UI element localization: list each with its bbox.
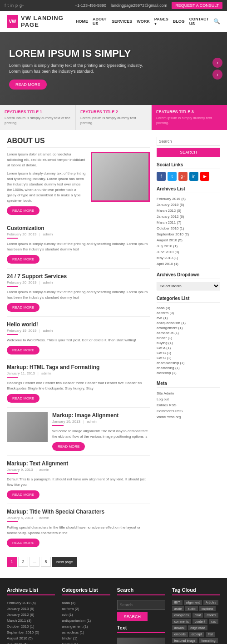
sidebar-search-input[interactable] <box>157 137 220 146</box>
archive-item[interactable]: June 2010 (3) <box>157 249 220 255</box>
hero-next-button[interactable]: › <box>212 70 222 80</box>
nav-about[interactable]: ABOUT US <box>93 17 107 26</box>
tag-featured-image[interactable]: featured image <box>172 638 198 643</box>
post-read-more-5[interactable]: READ MORE <box>52 442 85 451</box>
cat-item[interactable]: buying (1) <box>157 340 220 345</box>
post-title-3[interactable]: Hello world! <box>7 321 150 328</box>
tag-codex[interactable]: Codex <box>204 613 218 618</box>
footer-archive-item[interactable]: September 2010 (2) <box>7 629 55 635</box>
search-icon[interactable]: 🔍 <box>213 18 220 25</box>
about-read-more-button[interactable]: READ MORE <box>7 206 39 215</box>
archive-item[interactable]: May 2010 (1) <box>157 255 220 261</box>
hero-read-more-button[interactable]: READ MORE <box>9 80 47 90</box>
nav-pages[interactable]: PAGES ▾ <box>154 17 168 26</box>
post-title-5[interactable]: Markup: Image Alignment <box>52 412 150 419</box>
footer-archive-item[interactable]: July 2010 (1) <box>7 641 55 644</box>
post-title-2[interactable]: 24 / 7 Support Services <box>7 273 150 280</box>
meta-wordpress[interactable]: WordPress.org <box>157 414 220 420</box>
cat-item[interactable]: Cat B (1) <box>157 350 220 355</box>
nav-contact[interactable]: CONTACT US <box>189 17 209 26</box>
sidebar-youtube-icon[interactable]: ▶ <box>200 172 209 181</box>
archive-item[interactable]: February 2019 (5) <box>157 196 220 202</box>
nav-work[interactable]: WORK <box>137 19 150 24</box>
tag-categories[interactable]: categories <box>172 613 191 618</box>
nav-home[interactable]: HOME <box>76 19 88 24</box>
tag-fail[interactable]: Fail <box>206 632 215 637</box>
post-title-4[interactable]: Markup: HTML Tags and Formatting <box>7 364 150 370</box>
cat-item[interactable]: cvb (1) <box>157 315 220 320</box>
tag-audio[interactable]: audio <box>185 606 197 611</box>
googleplus-icon[interactable]: g+ <box>20 3 24 8</box>
footer-archive-item[interactable]: August 2010 (5) <box>7 635 55 641</box>
tag-formatting[interactable]: formatting <box>199 638 217 643</box>
footer-cat-item[interactable]: arrangement (1) <box>62 624 110 629</box>
tag-tbit[interactable]: tBIT <box>172 600 183 605</box>
footer-archive-item[interactable]: February 2019 (5) <box>7 600 55 606</box>
meta-entries-rss[interactable]: Entries RSS <box>157 402 220 408</box>
sidebar-facebook-icon[interactable]: f <box>157 172 166 181</box>
tag-chat[interactable]: chat <box>192 613 203 618</box>
consult-button[interactable]: REQUEST A CONSULT <box>172 2 222 9</box>
instagram-icon[interactable]: in <box>10 3 14 8</box>
footer-cat-item[interactable]: asmodeus (1) <box>62 629 110 635</box>
cat-item[interactable]: arrangement (1) <box>157 325 220 330</box>
footer-cat-item[interactable]: antiquarianism (1) <box>62 618 110 624</box>
tag-content[interactable]: content <box>192 619 207 624</box>
archive-item[interactable]: October 2010 (1) <box>157 225 220 231</box>
tag-comments[interactable]: comments <box>172 619 191 624</box>
sidebar-googleplus-icon[interactable]: g+ <box>178 172 188 181</box>
sidebar-search-button[interactable]: SEARCH <box>157 148 220 157</box>
archive-item[interactable]: March 2012 (5) <box>157 208 220 214</box>
post-read-more-2[interactable]: READ MORE <box>7 303 39 312</box>
footer-cat-item[interactable]: aaaa (3) <box>62 600 110 606</box>
post-read-more-1[interactable]: READ MORE <box>7 255 39 264</box>
meta-site-admin[interactable]: Site Admin <box>157 390 220 396</box>
twitter-icon[interactable]: t <box>8 3 9 8</box>
post-read-more-6[interactable]: READ MORE <box>7 490 39 499</box>
tag-aside[interactable]: aside <box>172 606 184 611</box>
nav-services[interactable]: SERVICES <box>112 19 132 24</box>
tag-articles[interactable]: Articles <box>203 600 218 605</box>
post-read-more-3[interactable]: READ MORE <box>7 346 39 354</box>
tag-embeds[interactable]: embeds <box>172 632 188 637</box>
hero-prev-button[interactable]: ‹ <box>212 58 222 68</box>
footer-archive-item[interactable]: March 2011 (3) <box>7 618 55 624</box>
archive-item[interactable]: January 2019 (5) <box>157 202 220 208</box>
cat-item[interactable]: clerkship (1) <box>157 370 220 375</box>
footer-archive-item[interactable]: October 2010 (1) <box>7 624 55 629</box>
cat-item[interactable]: Cat A (1) <box>157 345 220 350</box>
footer-archive-item[interactable]: January 2012 (6) <box>7 612 55 618</box>
post-read-more-4[interactable]: READ MORE <box>7 394 39 403</box>
cat-item[interactable]: antiquarianism (1) <box>157 320 220 325</box>
archive-item[interactable]: March 2011 (7) <box>157 220 220 225</box>
cat-item[interactable]: asmodeus (1) <box>157 330 220 335</box>
post-title-7[interactable]: Markup: Title With Special Characters <box>7 509 150 515</box>
cat-item[interactable]: binder (1) <box>157 335 220 340</box>
archive-item[interactable]: September 2010 (2) <box>157 231 220 237</box>
footer-cat-item[interactable]: aciform (2) <box>62 606 110 612</box>
page-1-button[interactable]: 1 <box>7 557 17 567</box>
sidebar-linkedin-icon[interactable]: in <box>189 172 198 181</box>
cat-item[interactable]: championship (1) <box>157 360 220 365</box>
tag-alignment[interactable]: alignment <box>184 600 202 605</box>
nav-blog[interactable]: BLOG <box>173 19 185 24</box>
archive-item[interactable]: April 2010 (1) <box>157 261 220 267</box>
cat-item[interactable]: aaaa (3) <box>157 305 220 310</box>
footer-archive-item[interactable]: January 2013 (5) <box>7 606 55 612</box>
tag-excerpt[interactable]: excerpt <box>189 632 204 637</box>
archive-item[interactable]: January 2012 (6) <box>157 214 220 220</box>
footer-search-button[interactable]: SEARCH <box>117 612 148 621</box>
cat-item[interactable]: aciform (0) <box>157 310 220 315</box>
tag-captions[interactable]: captions <box>199 606 216 611</box>
page-next-button[interactable]: Next page <box>52 557 77 567</box>
tag-dowork[interactable]: dowork <box>172 625 187 630</box>
cat-item[interactable]: Cat C (1) <box>157 355 220 360</box>
post-title-6[interactable]: Markup: Text Alignment <box>7 460 150 467</box>
cat-item[interactable]: chastening (1) <box>157 365 220 370</box>
post-title-1[interactable]: Customization <box>7 225 150 231</box>
tag-edge-case[interactable]: edge case <box>188 625 207 630</box>
meta-log-out[interactable]: Log out <box>157 396 220 402</box>
archive-item[interactable]: July 2010 (1) <box>157 243 220 249</box>
footer-search-input[interactable] <box>117 600 165 610</box>
page-2-button[interactable]: 2 <box>18 557 28 567</box>
